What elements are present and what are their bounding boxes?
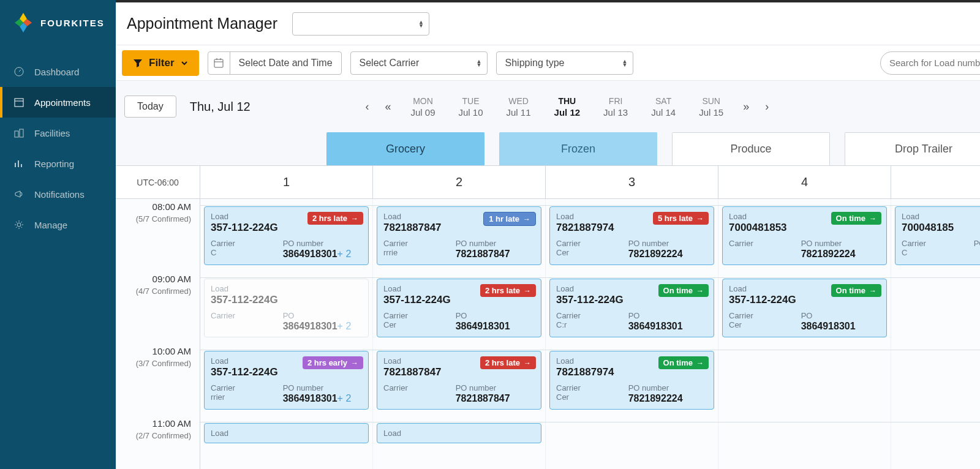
next-day-icon[interactable]: › xyxy=(763,98,771,116)
calendar-icon xyxy=(12,96,26,109)
gear-icon xyxy=(12,218,26,231)
prev-day-icon[interactable]: ‹ xyxy=(363,98,371,116)
filter-bar: Filter Select Date and Time Select Carri… xyxy=(116,45,980,81)
appointment-card[interactable]: 2 hrs late→Load357-112-224GCarrierCPO nu… xyxy=(204,206,369,265)
status-badge: On time→ xyxy=(831,284,881,297)
appointment-slot: On time→Load357-112-224GCarrierCerPO3864… xyxy=(718,271,891,343)
arrow-right-icon: → xyxy=(696,359,704,367)
filter-button[interactable]: Filter xyxy=(122,50,199,76)
appointment-card[interactable]: On time→Load357-112-224GCarrierC:rPO3864… xyxy=(549,279,714,337)
logo: FOURKITES xyxy=(0,0,116,45)
status-badge: 2 hrs late→ xyxy=(307,212,363,225)
funnel-icon xyxy=(133,58,143,68)
appointment-slot: 2 hrs late→Load357-112-224GCarrierCerPO3… xyxy=(373,271,546,343)
dashboard-icon xyxy=(12,65,26,78)
arrow-right-icon: → xyxy=(696,287,704,295)
dock-column-1: 1 xyxy=(200,166,373,198)
search-field[interactable] xyxy=(889,58,980,68)
prev-week-icon[interactable]: « xyxy=(382,98,393,116)
appointment-card[interactable]: Load700048185CarrierCPO number xyxy=(895,206,980,265)
schedule-grid: UTC-06:00 1234 08:00 AM(5/7 Confirmed)2 … xyxy=(116,165,980,469)
status-badge: 5 hrs late→ xyxy=(653,212,709,225)
svg-rect-5 xyxy=(15,99,23,107)
appointment-slot: 1 hr late→Load7821887847CarrierrrriePO n… xyxy=(373,199,546,271)
dock-tab-drop-trailer[interactable]: Drop Trailer xyxy=(845,132,980,165)
grid-header: UTC-06:00 1234 xyxy=(116,166,980,199)
sidebar-item-manage[interactable]: Manage xyxy=(0,209,116,240)
status-badge: 2 hrs late→ xyxy=(480,356,536,369)
header: Appointment Manager ▲▼ xyxy=(116,2,980,45)
reporting-icon xyxy=(12,157,26,170)
sidebar-item-facilities[interactable]: Facilities xyxy=(0,118,116,148)
appointment-card[interactable]: Load357-112-224GCarrierPO3864918301+ 2 xyxy=(204,279,369,337)
appointment-card[interactable]: 2 hrs late→Load357-112-224GCarrierCerPO3… xyxy=(377,279,541,337)
load-number: 700048185 xyxy=(902,222,980,234)
appointment-slot: 5 hrs late→Load7821887974CarrierCerPO nu… xyxy=(546,199,718,271)
page-title: Appointment Manager xyxy=(127,15,277,32)
appointment-card[interactable]: Load xyxy=(204,423,369,443)
calendar-icon xyxy=(208,52,230,74)
chevron-down-icon xyxy=(181,59,188,67)
status-badge: 1 hr late→ xyxy=(483,212,536,226)
day-mon[interactable]: MONJul 09 xyxy=(404,94,441,120)
next-week-icon[interactable]: » xyxy=(741,98,752,116)
context-dropdown[interactable]: ▲▼ xyxy=(292,12,429,36)
status-badge: On time→ xyxy=(658,284,709,297)
dock-column-2: 2 xyxy=(373,166,546,198)
arrow-right-icon: → xyxy=(869,214,876,223)
appointment-card[interactable]: 5 hrs late→Load7821887974CarrierCerPO nu… xyxy=(549,206,714,265)
status-badge: On time→ xyxy=(658,356,709,369)
arrow-right-icon: → xyxy=(696,214,704,223)
carrier-dropdown[interactable]: Select Carrier ▲▼ xyxy=(350,51,488,75)
dock-tab-grocery[interactable]: Grocery xyxy=(326,132,484,165)
appointment-card[interactable]: 1 hr late→Load7821887847CarrierrrriePO n… xyxy=(377,206,541,265)
appointment-slot: On time→Load7000481853CarrierPO number78… xyxy=(718,199,891,271)
dock-column-4: 4 xyxy=(718,166,891,198)
day-tue[interactable]: TUEJul 10 xyxy=(453,94,489,120)
appointment-card[interactable]: 2 hrs late→Load7821887847CarrierPO numbe… xyxy=(377,351,541,410)
arrow-right-icon: → xyxy=(523,215,530,223)
appointment-slot: Load357-112-224GCarrierPO3864918301+ 2 xyxy=(200,271,373,343)
search-input[interactable] xyxy=(880,51,980,75)
sidebar-item-dashboard[interactable]: Dashboard xyxy=(0,56,116,87)
appointment-card[interactable]: On time→Load7821887974CarrierCerPO numbe… xyxy=(549,351,714,410)
dock-tabs: GroceryFrozenProduceDrop Trailer xyxy=(116,132,980,165)
dock-column-3: 3 xyxy=(546,166,718,198)
sidebar-item-reporting[interactable]: Reporting xyxy=(0,148,116,179)
time-row: 10:00 AM(3/7 Confirmed)2 hrs early→Load3… xyxy=(116,343,980,416)
appointment-card[interactable]: 2 hrs early→Load357-112-224GCarrierrrier… xyxy=(204,351,369,410)
arrow-right-icon: → xyxy=(869,287,876,295)
day-thu[interactable]: THUJul 12 xyxy=(548,94,587,120)
spinner-icon: ▲▼ xyxy=(622,59,628,67)
timezone-label: UTC-06:00 xyxy=(116,166,200,198)
appointment-card[interactable]: On time→Load357-112-224GCarrierCerPO3864… xyxy=(722,279,887,337)
time-row: 08:00 AM(5/7 Confirmed)2 hrs late→Load35… xyxy=(116,199,980,271)
shipping-type-dropdown[interactable]: Shipping type ▲▼ xyxy=(496,51,633,75)
load-number: 357-112-224G xyxy=(211,294,362,306)
day-fri[interactable]: FRIJul 13 xyxy=(597,94,634,120)
day-sat[interactable]: SATJul 14 xyxy=(645,94,682,120)
svg-rect-8 xyxy=(20,129,23,137)
svg-rect-13 xyxy=(214,59,223,67)
appointment-slot: 2 hrs late→Load357-112-224GCarrierCPO nu… xyxy=(200,199,373,271)
date-picker[interactable]: Select Date and Time xyxy=(208,51,342,75)
status-badge: 2 hrs early→ xyxy=(303,356,363,369)
time-row: 11:00 AM(2/7 Confirmed)LoadLoad xyxy=(116,416,980,469)
arrow-right-icon: → xyxy=(351,359,358,367)
sidebar-item-notifications[interactable]: Notifications xyxy=(0,179,116,209)
appointment-slot: 2 hrs late→Load7821887847CarrierPO numbe… xyxy=(373,343,546,416)
day-wed[interactable]: WEDJul 11 xyxy=(500,94,537,120)
status-badge: 2 hrs late→ xyxy=(480,284,536,297)
arrow-right-icon: → xyxy=(524,359,531,367)
today-button[interactable]: Today xyxy=(124,96,176,118)
dock-tab-produce[interactable]: Produce xyxy=(672,132,830,165)
facilities-icon xyxy=(12,126,26,140)
day-sun[interactable]: SUNJul 15 xyxy=(693,94,729,120)
appointment-card[interactable]: Load xyxy=(377,423,541,443)
sidebar-item-appointments[interactable]: Appointments xyxy=(0,87,116,118)
appointment-slot: On time→Load357-112-224GCarrierC:rPO3864… xyxy=(546,271,718,343)
current-date: Thu, Jul 12 xyxy=(190,100,251,114)
time-label: 08:00 AM(5/7 Confirmed) xyxy=(116,199,200,271)
dock-tab-frozen[interactable]: Frozen xyxy=(499,132,657,165)
appointment-card[interactable]: On time→Load7000481853CarrierPO number78… xyxy=(722,206,887,265)
